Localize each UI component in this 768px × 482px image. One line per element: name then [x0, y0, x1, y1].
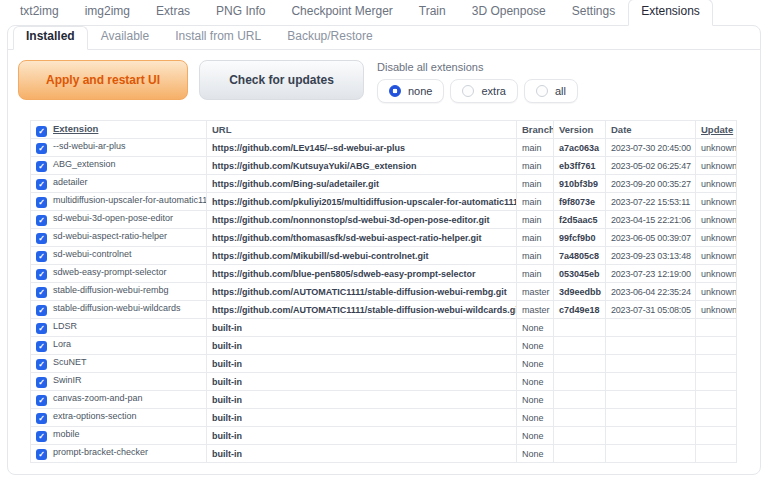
update-cell [696, 427, 737, 445]
disable-extensions-label: Disable all extensions [377, 61, 578, 73]
extension-name: stable-diffusion-webui-wildcards [53, 303, 180, 313]
column-header-extension[interactable]: ✓Extension [31, 121, 207, 139]
row-checkbox-icon[interactable]: ✓ [36, 305, 47, 316]
extension-name: multidiffusion-upscaler-for-automatic111… [53, 195, 207, 205]
tab-3d-openpose[interactable]: 3D Openpose [459, 0, 559, 25]
extension-name: sd-webui-3d-open-pose-editor [53, 213, 173, 223]
radio-option-label: all [555, 85, 566, 97]
row-checkbox-icon[interactable]: ✓ [36, 251, 47, 262]
radio-option-extra[interactable]: extra [450, 79, 517, 103]
date-cell [606, 427, 696, 445]
row-checkbox-icon[interactable]: ✓ [36, 449, 47, 460]
version-cell [554, 373, 606, 391]
extension-cell: ✓multidiffusion-upscaler-for-automatic11… [31, 193, 207, 211]
extension-cell: ✓mobile [31, 427, 207, 445]
tab-png-info[interactable]: PNG Info [203, 0, 278, 25]
row-checkbox-icon[interactable]: ✓ [36, 197, 47, 208]
branch-cell: master [517, 301, 554, 319]
update-cell [696, 355, 737, 373]
tab-settings[interactable]: Settings [559, 0, 628, 25]
update-cell: unknown [696, 193, 737, 211]
extension-cell: ✓canvas-zoom-and-pan [31, 391, 207, 409]
url-cell: https://github.com/nonnonstop/sd-webui-3… [207, 211, 517, 229]
radio-option-all[interactable]: all [524, 79, 578, 103]
table-row: ✓canvas-zoom-and-panbuilt-inNone [31, 391, 737, 409]
extensions-panel: InstalledAvailableInstall from URLBackup… [7, 25, 761, 475]
subtab-install-from-url[interactable]: Install from URL [162, 26, 274, 49]
branch-cell: None [517, 319, 554, 337]
row-checkbox-icon[interactable]: ✓ [36, 377, 47, 388]
row-checkbox-icon[interactable]: ✓ [36, 287, 47, 298]
webui-window: txt2imgimg2imgExtrasPNG InfoCheckpoint M… [0, 0, 768, 482]
row-checkbox-icon[interactable]: ✓ [36, 215, 47, 226]
update-cell: unknown [696, 175, 737, 193]
url-cell: built-in [207, 427, 517, 445]
subtab-backup-restore[interactable]: Backup/Restore [274, 26, 385, 49]
row-checkbox-icon[interactable]: ✓ [36, 269, 47, 280]
table-row: ✓multidiffusion-upscaler-for-automatic11… [31, 193, 737, 211]
extension-name: prompt-bracket-checker [53, 447, 148, 457]
date-cell: 2023-06-04 22:35:24 [606, 283, 696, 301]
row-checkbox-icon[interactable]: ✓ [36, 395, 47, 406]
tab-img2img[interactable]: img2img [72, 0, 143, 25]
tab-extensions[interactable]: Extensions [628, 0, 713, 26]
extensions-table-body: ✓--sd-webui-ar-plushttps://github.com/LE… [31, 139, 737, 463]
row-checkbox-icon[interactable]: ✓ [36, 323, 47, 334]
date-cell: 2023-06-05 00:39:07 [606, 229, 696, 247]
row-checkbox-icon[interactable]: ✓ [36, 179, 47, 190]
version-cell: 053045eb [554, 265, 606, 283]
extensions-toolbar: Apply and restart UI Check for updates D… [8, 50, 760, 103]
update-cell: unknown [696, 229, 737, 247]
header-row: ✓Extension URL Branch Version Date Updat… [31, 121, 737, 139]
extension-name: canvas-zoom-and-pan [53, 393, 143, 403]
table-row: ✓stable-diffusion-webui-rembghttps://git… [31, 283, 737, 301]
update-cell: unknown [696, 211, 737, 229]
row-checkbox-icon[interactable]: ✓ [36, 359, 47, 370]
version-cell [554, 427, 606, 445]
subtab-installed[interactable]: Installed [13, 26, 88, 50]
extension-name: LDSR [53, 321, 77, 331]
version-cell: c7d49e18 [554, 301, 606, 319]
disable-extensions-block: Disable all extensions noneextraall [377, 60, 578, 103]
url-cell: built-in [207, 319, 517, 337]
tab-txt2img[interactable]: txt2img [7, 0, 72, 25]
extension-name: sdweb-easy-prompt-selector [53, 267, 167, 277]
url-cell: built-in [207, 355, 517, 373]
extension-name: stable-diffusion-webui-rembg [53, 285, 168, 295]
extension-cell: ✓prompt-bracket-checker [31, 445, 207, 463]
branch-cell: main [517, 211, 554, 229]
radio-option-none[interactable]: none [377, 79, 444, 103]
update-cell [696, 391, 737, 409]
row-checkbox-icon[interactable]: ✓ [36, 161, 47, 172]
extension-name: ScuNET [53, 357, 87, 367]
select-all-checkbox-icon[interactable]: ✓ [36, 126, 47, 137]
branch-cell: None [517, 373, 554, 391]
extension-cell: ✓stable-diffusion-webui-wildcards [31, 301, 207, 319]
version-cell [554, 337, 606, 355]
update-header-label: Update [701, 124, 733, 135]
row-checkbox-icon[interactable]: ✓ [36, 413, 47, 424]
url-cell: https://github.com/KutsuyaYuki/ABG_exten… [207, 157, 517, 175]
extension-cell: ✓SwinIR [31, 373, 207, 391]
tab-train[interactable]: Train [406, 0, 459, 25]
apply-restart-button[interactable]: Apply and restart UI [18, 60, 188, 100]
row-checkbox-icon[interactable]: ✓ [36, 431, 47, 442]
extension-cell: ✓ScuNET [31, 355, 207, 373]
tab-extras[interactable]: Extras [143, 0, 203, 25]
tab-checkpoint-merger[interactable]: Checkpoint Merger [278, 0, 405, 25]
row-checkbox-icon[interactable]: ✓ [36, 233, 47, 244]
table-row: ✓--sd-webui-ar-plushttps://github.com/LE… [31, 139, 737, 157]
extension-cell: ✓Lora [31, 337, 207, 355]
branch-cell: master [517, 283, 554, 301]
column-header-update[interactable]: Update [696, 121, 737, 139]
subtab-available[interactable]: Available [88, 26, 162, 49]
column-header-url: URL [207, 121, 517, 139]
row-checkbox-icon[interactable]: ✓ [36, 341, 47, 352]
date-cell [606, 319, 696, 337]
row-checkbox-icon[interactable]: ✓ [36, 143, 47, 154]
url-cell: built-in [207, 445, 517, 463]
date-cell: 2023-04-15 22:21:06 [606, 211, 696, 229]
check-updates-button[interactable]: Check for updates [199, 60, 364, 100]
version-cell: a7ac063a [554, 139, 606, 157]
extension-name: extra-options-section [53, 411, 137, 421]
